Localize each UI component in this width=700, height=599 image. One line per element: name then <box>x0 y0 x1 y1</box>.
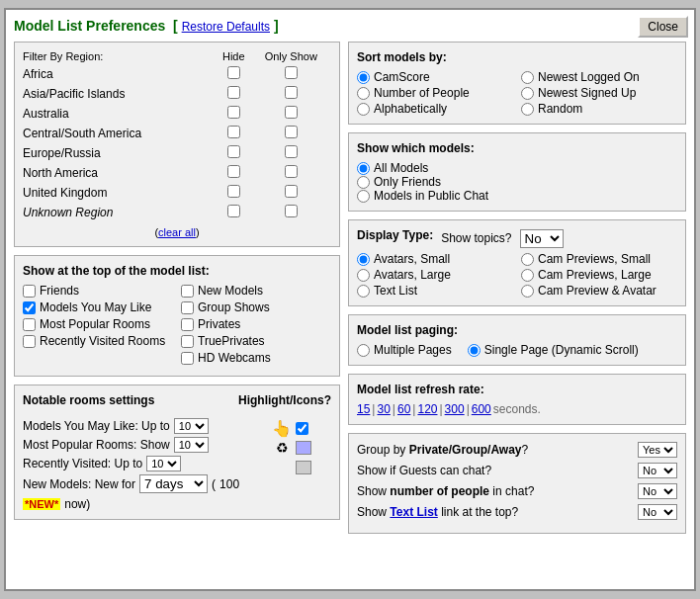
group-row-3: Show Text List link at the top? NoYes <box>357 504 677 520</box>
group-select-0[interactable]: YesNo <box>638 442 677 458</box>
region-row: Central/South America <box>23 124 331 143</box>
region-onlyshow-cb-0[interactable] <box>251 64 331 84</box>
region-hide-cb-1[interactable] <box>217 84 251 104</box>
region-onlyshow-cb-2[interactable] <box>251 104 331 124</box>
restore-defaults-link[interactable]: Restore Defaults <box>182 20 270 34</box>
top-right-item-1[interactable]: Group Shows <box>181 300 331 314</box>
top-right-item-3[interactable]: TruePrivates <box>181 334 331 348</box>
region-onlyshow-cb-7[interactable] <box>251 203 331 222</box>
refresh-rate-link-1[interactable]: 30 <box>377 402 390 416</box>
highlight-cb-0[interactable] <box>296 422 308 435</box>
show-which-option-0[interactable]: All Models <box>357 161 677 175</box>
group-row-1: Show if Guests can chat? NoYes <box>357 463 677 478</box>
sort-option-3[interactable]: Newest Signed Up <box>521 86 677 100</box>
highlight-row-2 <box>272 460 331 475</box>
refresh-rate-link-0[interactable]: 15 <box>357 402 370 416</box>
notable-select-1[interactable]: 1051520 <box>174 437 209 453</box>
empty-icon <box>272 460 292 475</box>
filter-region-panel: Filter By Region: Hide Only Show AfricaA… <box>14 42 340 247</box>
region-row: Unknown Region <box>23 203 331 222</box>
refresh-panel: Model list refresh rate: 15 | 30 | 60 | … <box>348 374 686 425</box>
paging-option-1[interactable]: Single Page (Dynamic Scroll) <box>468 343 639 357</box>
region-hide-cb-2[interactable] <box>217 104 251 124</box>
sort-option-5[interactable]: Random <box>521 102 677 116</box>
top-right-item-4[interactable]: HD Webcams <box>181 351 331 365</box>
region-hide-cb-6[interactable] <box>217 183 251 203</box>
new-models-count-prefix: ( <box>212 477 216 491</box>
refresh-rate-link-5[interactable]: 600 <box>472 402 491 416</box>
refresh-rate-link-4[interactable]: 300 <box>445 402 465 416</box>
display-type-option-2[interactable]: Avatars, Large <box>357 268 513 282</box>
notable-select-0[interactable]: 1051520 <box>174 418 209 434</box>
top-of-list-panel: Show at the top of the model list: Frien… <box>14 255 340 377</box>
recycle-icon: ♻ <box>272 440 292 456</box>
region-row: Australia <box>23 104 331 124</box>
region-onlyshow-cb-1[interactable] <box>251 84 331 104</box>
display-type-option-3[interactable]: Cam Previews, Large <box>521 268 677 282</box>
region-onlyshow-cb-6[interactable] <box>251 183 331 203</box>
group-label-0: Group by Private/Group/Away? <box>357 443 638 457</box>
top-right-item-2[interactable]: Privates <box>181 317 331 331</box>
sort-option-4[interactable]: Alphabetically <box>357 102 513 116</box>
notable-label-2: Recently Visited: Up to <box>23 457 142 471</box>
highlight-title: Highlight/Icons? <box>238 393 331 407</box>
sort-option-1[interactable]: Newest Logged On <box>521 70 677 84</box>
show-which-option-1[interactable]: Only Friends <box>357 175 677 189</box>
highlight-row-0: 👆 <box>272 420 331 436</box>
paging-option-0[interactable]: Multiple Pages <box>357 343 452 357</box>
highlight-color-2 <box>296 461 311 474</box>
notable-select-2[interactable]: 1051520 <box>146 456 181 471</box>
paging-panel: Model list paging: Multiple PagesSingle … <box>348 314 686 366</box>
group-select-3[interactable]: NoYes <box>638 504 677 520</box>
paging-title: Model list paging: <box>357 323 677 337</box>
group-panel: Group by Private/Group/Away? YesNo Show … <box>348 433 686 534</box>
sort-option-2[interactable]: Number of People <box>357 86 513 100</box>
notable-row-1: Most Popular Rooms: Show 1051520 <box>23 437 264 453</box>
top-left-item-0[interactable]: Friends <box>23 284 173 298</box>
display-type-option-1[interactable]: Cam Previews, Small <box>521 252 677 266</box>
dialog: Close Model List Preferences [ Restore D… <box>4 8 696 591</box>
text-list-link[interactable]: Text List <box>390 505 437 519</box>
clear-all-link[interactable]: clear all <box>158 226 196 238</box>
top-right-item-0[interactable]: New Models <box>181 284 331 298</box>
new-models-row: New Models: New for 7 days1 day3 days14 … <box>23 474 264 511</box>
new-models-count: 100 <box>219 477 239 491</box>
top-left-item-3[interactable]: Recently Visited Rooms <box>23 334 173 348</box>
refresh-rate-link-2[interactable]: 60 <box>397 402 410 416</box>
region-onlyshow-cb-3[interactable] <box>251 124 331 143</box>
show-topics-select[interactable]: NoYes <box>520 229 564 248</box>
region-hide-cb-7[interactable] <box>217 203 251 222</box>
display-type-option-0[interactable]: Avatars, Small <box>357 252 513 266</box>
region-hide-cb-0[interactable] <box>217 64 251 84</box>
region-row: North America <box>23 163 331 183</box>
notable-label-1: Most Popular Rooms: Show <box>23 438 170 452</box>
top-of-list-title: Show at the top of the model list: <box>23 264 331 278</box>
group-select-2[interactable]: NoYes <box>638 483 677 499</box>
group-select-1[interactable]: NoYes <box>638 463 677 478</box>
region-row: Africa <box>23 64 331 84</box>
group-label-1: Show if Guests can chat? <box>357 464 638 477</box>
show-which-option-2[interactable]: Models in Public Chat <box>357 189 677 203</box>
region-name-1: Asia/Pacific Islands <box>23 84 217 104</box>
region-name-3: Central/South America <box>23 124 217 143</box>
sort-option-0[interactable]: CamScore <box>357 70 513 84</box>
region-onlyshow-cb-5[interactable] <box>251 163 331 183</box>
region-onlyshow-cb-4[interactable] <box>251 143 331 163</box>
display-type-option-5[interactable]: Cam Preview & Avatar <box>521 284 677 298</box>
display-type-panel: Display Type: Show topics? NoYes Avatars… <box>348 219 686 306</box>
refresh-rate-link-3[interactable]: 120 <box>417 402 437 416</box>
top-left-item-1[interactable]: Models You May Like <box>23 300 173 314</box>
dialog-title: Model List Preferences <box>14 18 165 34</box>
region-hide-cb-3[interactable] <box>217 124 251 143</box>
group-label-2: Show number of people in chat? <box>357 484 638 498</box>
top-left-item-2[interactable]: Most Popular Rooms <box>23 317 173 331</box>
close-button[interactable]: Close <box>638 16 688 38</box>
display-type-option-4[interactable]: Text List <box>357 284 513 298</box>
region-name-6: United Kingdom <box>23 183 217 203</box>
notable-panel: Notable rooms settings Highlight/Icons? … <box>14 385 340 520</box>
region-hide-cb-5[interactable] <box>217 163 251 183</box>
refresh-separator: | <box>372 402 375 416</box>
region-hide-cb-4[interactable] <box>217 143 251 163</box>
new-models-suffix: now) <box>64 497 90 511</box>
new-models-days-select[interactable]: 7 days1 day3 days14 days <box>139 474 208 493</box>
